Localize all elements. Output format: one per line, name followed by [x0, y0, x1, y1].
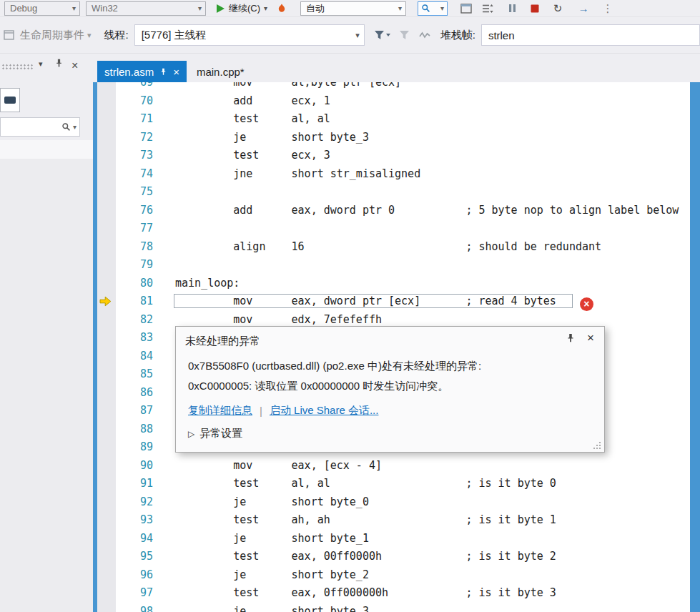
code-text[interactable]: je short byte_0: [153, 493, 369, 512]
breakpoint-margin-cell[interactable]: [97, 238, 116, 257]
breakpoint-margin-cell[interactable]: [97, 438, 116, 457]
stackframe-combo[interactable]: strlen: [481, 24, 700, 46]
panel-close-button[interactable]: ×: [72, 59, 78, 72]
breakpoint-margin-cell[interactable]: [97, 457, 116, 475]
sort-list-button[interactable]: [480, 1, 495, 16]
code-text[interactable]: je short byte_3: [153, 129, 369, 147]
resize-grip-icon[interactable]: [593, 440, 602, 450]
code-text[interactable]: test eax, 00ff0000h ; is it byte 2: [153, 548, 556, 566]
breakpoint-margin-cell[interactable]: [97, 329, 116, 347]
tab-strlen-asm[interactable]: strlen.asm ×: [97, 61, 187, 82]
breakpoint-margin-cell[interactable]: [97, 275, 116, 293]
breakpoint-margin-cell[interactable]: [97, 493, 116, 512]
code-text[interactable]: main_loop:: [153, 275, 240, 293]
break-all-button[interactable]: [505, 1, 519, 16]
continue-button[interactable]: 继续(C) ▾: [216, 2, 267, 15]
panel-pin-button[interactable]: [54, 59, 64, 68]
breakpoint-margin-cell[interactable]: [97, 165, 116, 184]
code-text[interactable]: je short byte_1: [153, 530, 369, 548]
code-line: 96 je short byte_2: [97, 566, 690, 585]
breakpoint-margin-cell[interactable]: [97, 147, 116, 165]
liveshare-link[interactable]: 启动 Live Share 会话...: [270, 404, 379, 418]
pin-icon[interactable]: [159, 68, 167, 76]
code-line: 77: [97, 219, 690, 238]
breakpoint-margin-cell[interactable]: [97, 311, 116, 330]
code-text[interactable]: add ecx, 1: [153, 92, 330, 111]
code-text[interactable]: je short byte_3: [153, 603, 369, 612]
breakpoint-margin-cell[interactable]: [97, 347, 116, 366]
stop-debugging-button[interactable]: [528, 1, 542, 16]
filter-threads-button[interactable]: [373, 28, 392, 42]
error-icon[interactable]: ×: [580, 297, 593, 311]
tab-main-cpp[interactable]: main.cpp*: [189, 61, 252, 82]
breakpoint-margin-cell[interactable]: [97, 566, 116, 585]
code-statement: test ecx, 3: [175, 149, 330, 162]
code-text[interactable]: test al, al: [153, 110, 330, 129]
panel-tool-button[interactable]: [0, 88, 20, 112]
restart-button[interactable]: ↻: [551, 1, 565, 16]
code-text[interactable]: mov eax, [ecx - 4]: [153, 457, 382, 475]
code-text[interactable]: test ah, ah ; is it byte 1: [153, 511, 556, 530]
breakpoint-margin-cell[interactable]: [97, 110, 116, 129]
breakpoint-margin-cell[interactable]: [97, 365, 116, 384]
code-text[interactable]: add eax, dword ptr 0 ; 5 byte nop to ali…: [153, 202, 679, 220]
sidebar-search-input[interactable]: ▾: [0, 117, 80, 137]
breakpoint-margin-cell[interactable]: [97, 603, 116, 612]
copy-details-link[interactable]: 复制详细信息: [188, 404, 252, 418]
breakpoint-margin-cell[interactable]: [97, 384, 116, 403]
breakpoint-margin-cell[interactable]: [97, 548, 116, 566]
drag-handle-dots[interactable]: [1, 64, 33, 70]
panel-menu-button[interactable]: ▾: [39, 59, 43, 69]
toolbar-overflow-button[interactable]: ⋮: [601, 1, 615, 16]
breakpoint-margin-cell[interactable]: [97, 292, 116, 311]
line-number: 98: [116, 603, 153, 612]
window-layout-button[interactable]: [459, 1, 473, 16]
close-icon[interactable]: ×: [173, 66, 179, 77]
code-text[interactable]: test ecx, 3: [153, 147, 330, 165]
editor-vertical-scrollbar[interactable]: [690, 82, 700, 612]
breakpoint-margin-cell[interactable]: [97, 420, 116, 439]
code-line: 80main_loop:: [97, 275, 690, 293]
breakpoint-margin-cell[interactable]: [97, 402, 116, 420]
process-icon: [1, 28, 16, 42]
code-statement: je short byte_0: [175, 495, 369, 508]
code-text[interactable]: test eax, 0ff000000h ; is it byte 3: [153, 584, 556, 603]
code-text[interactable]: mov al,byte ptr [ecx]: [153, 82, 401, 92]
code-text[interactable]: mov eax, dword ptr [ecx] ; read 4 bytes×: [153, 292, 593, 311]
thread-combo[interactable]: [5776] 主线程 ▾: [134, 24, 365, 46]
stop-icon: [531, 4, 539, 13]
breakpoint-margin-cell[interactable]: [97, 82, 116, 92]
code-text[interactable]: je short byte_2: [153, 566, 369, 585]
popup-close-button[interactable]: ×: [587, 331, 594, 345]
toolbar-search-box[interactable]: ▾: [418, 1, 448, 16]
exception-settings-expander[interactable]: ▷ 异常设置: [188, 427, 242, 440]
solution-configuration-combo[interactable]: Debug ▾: [4, 1, 80, 16]
show-next-statement-button[interactable]: →: [576, 1, 591, 16]
line-number: 82: [116, 311, 153, 330]
auto-attach-combo[interactable]: 自动 ▾: [300, 1, 406, 16]
play-icon: [216, 4, 225, 14]
breakpoint-margin-cell[interactable]: [97, 219, 116, 238]
breakpoint-margin-cell[interactable]: [97, 202, 116, 220]
breakpoint-margin-cell[interactable]: [97, 511, 116, 530]
breakpoint-margin-cell[interactable]: [97, 256, 116, 275]
breakpoint-margin-cell[interactable]: [97, 530, 116, 548]
flagged-threads-button[interactable]: [398, 28, 412, 42]
breakpoint-margin-cell[interactable]: [97, 475, 116, 493]
code-text[interactable]: test al, al ; is it byte 0: [153, 475, 556, 493]
show-threads-button[interactable]: [418, 28, 432, 42]
lifecycle-events-button[interactable]: 生命周期事件: [20, 29, 84, 42]
hot-reload-icon[interactable]: [275, 1, 289, 16]
breakpoint-margin-cell[interactable]: [97, 183, 116, 202]
exception-message-line1: 0x7B5508F0 (ucrtbased.dll) (po2.exe 中)处有…: [188, 360, 481, 373]
line-number: 92: [116, 493, 153, 512]
breakpoint-margin-cell[interactable]: [97, 92, 116, 111]
solution-platform-combo[interactable]: Win32 ▾: [86, 1, 206, 16]
breakpoint-margin-cell[interactable]: [97, 584, 116, 603]
breakpoint-margin-cell[interactable]: [97, 129, 116, 147]
code-text[interactable]: jne short str_misaligned: [153, 165, 420, 184]
code-text[interactable]: align 16 ; should be redundant: [153, 238, 601, 257]
chevron-down-icon: ▾: [87, 31, 92, 40]
popup-pin-button[interactable]: [566, 333, 576, 343]
solution-platform-value: Win32: [92, 3, 118, 14]
